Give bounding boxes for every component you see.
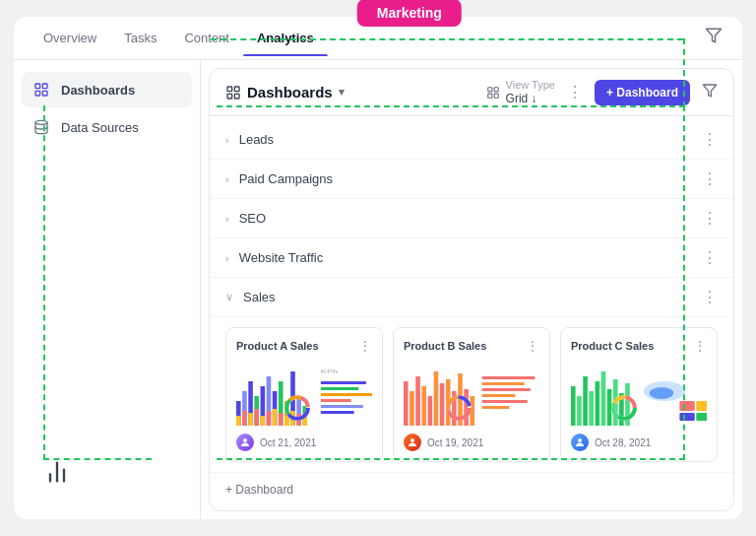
list-row[interactable]: › Leads ⋮ bbox=[210, 120, 733, 160]
card-chart-b bbox=[404, 362, 539, 426]
sidebar-dashboards-label: Dashboards bbox=[61, 83, 135, 98]
marketing-badge: Marketing bbox=[357, 0, 462, 27]
add-dashboard-button[interactable]: + Dashboard bbox=[595, 80, 690, 105]
svg-rect-32 bbox=[267, 411, 272, 426]
svg-rect-9 bbox=[234, 94, 239, 99]
svg-rect-58 bbox=[440, 383, 445, 426]
sidebar: Dashboards Data Sources bbox=[14, 60, 201, 519]
card-more-icon[interactable]: ⋮ bbox=[526, 338, 539, 354]
svg-rect-41 bbox=[321, 387, 358, 390]
view-type-control[interactable]: View Type Grid ↓ bbox=[486, 79, 555, 105]
sidebar-item-dashboards[interactable]: Dashboards bbox=[22, 72, 192, 107]
more-options-icon[interactable]: ⋮ bbox=[567, 83, 583, 101]
list-row[interactable]: › Paid Campaigns ⋮ bbox=[210, 160, 733, 199]
row-more-icon[interactable]: ⋮ bbox=[702, 209, 718, 228]
svg-marker-14 bbox=[703, 85, 716, 97]
add-dashboard-label: + Dashboard bbox=[225, 483, 293, 497]
content-area: Dashboards Data Sources bbox=[14, 60, 742, 519]
chevron-down-icon: ▾ bbox=[339, 86, 345, 99]
svg-rect-12 bbox=[487, 94, 491, 98]
card-title: Product A Sales bbox=[236, 340, 319, 352]
panel-title-text: Dashboards bbox=[247, 84, 333, 100]
panel-title: Dashboards ▾ bbox=[225, 84, 345, 100]
chevron-right-icon: › bbox=[225, 252, 229, 264]
card-chart-c bbox=[571, 362, 707, 426]
view-type-text: View Type Grid ↓ bbox=[506, 79, 555, 105]
svg-rect-52 bbox=[404, 381, 409, 426]
svg-rect-42 bbox=[321, 393, 372, 396]
svg-rect-4 bbox=[42, 91, 47, 96]
svg-rect-57 bbox=[434, 371, 439, 426]
tab-overview[interactable]: Overview bbox=[30, 21, 110, 55]
svg-rect-55 bbox=[421, 386, 426, 426]
tab-tasks[interactable]: Tasks bbox=[110, 21, 170, 55]
filter-icon-top[interactable] bbox=[705, 27, 723, 49]
grid-icon bbox=[225, 85, 241, 100]
card-footer-b: Oct 19, 2021 bbox=[404, 434, 539, 451]
svg-rect-69 bbox=[482, 406, 510, 409]
card-header: Product C Sales ⋮ bbox=[571, 338, 707, 354]
card-title: Product C Sales bbox=[571, 340, 654, 352]
chevron-right-icon: › bbox=[225, 134, 229, 146]
svg-rect-13 bbox=[494, 94, 498, 98]
svg-rect-3 bbox=[35, 91, 40, 96]
chevron-down-row-icon: ∨ bbox=[225, 291, 233, 303]
svg-rect-43 bbox=[321, 399, 351, 402]
svg-marker-0 bbox=[707, 29, 722, 42]
svg-point-96 bbox=[578, 438, 582, 442]
svg-rect-8 bbox=[227, 94, 232, 99]
row-more-icon[interactable]: ⋮ bbox=[702, 288, 718, 306]
view-type-icon bbox=[486, 86, 500, 100]
list-row-emails[interactable]: › Emails ⋮ bbox=[210, 506, 733, 510]
sidebar-item-data-sources[interactable]: Data Sources bbox=[22, 109, 192, 145]
svg-rect-44 bbox=[321, 405, 363, 408]
dashboard-icon bbox=[32, 80, 51, 100]
svg-rect-67 bbox=[482, 394, 516, 397]
list-row-sales[interactable]: ∨ Sales ⋮ bbox=[210, 278, 733, 317]
row-label: Website Traffic bbox=[239, 250, 324, 265]
svg-rect-31 bbox=[261, 416, 266, 426]
sidebar-data-sources-label: Data Sources bbox=[61, 120, 139, 135]
dashboard-card-product-c[interactable]: Product C Sales ⋮ bbox=[560, 327, 718, 462]
svg-rect-6 bbox=[227, 87, 232, 92]
svg-rect-7 bbox=[234, 87, 239, 92]
svg-rect-68 bbox=[482, 400, 528, 403]
add-dashboard-row[interactable]: + Dashboard bbox=[210, 473, 733, 506]
svg-rect-80 bbox=[601, 371, 606, 426]
svg-rect-40 bbox=[321, 381, 366, 384]
chevron-right-icon: › bbox=[225, 213, 229, 225]
list-row[interactable]: › Website Traffic ⋮ bbox=[210, 238, 733, 278]
svg-rect-64 bbox=[482, 376, 536, 379]
row-label: Paid Campaigns bbox=[239, 171, 333, 186]
list-row[interactable]: › SEO ⋮ bbox=[210, 199, 733, 238]
filter-icon-panel[interactable] bbox=[702, 83, 718, 102]
card-header: Product B Sales ⋮ bbox=[404, 338, 539, 354]
card-more-icon[interactable]: ⋮ bbox=[358, 338, 372, 354]
tab-content[interactable]: Content bbox=[170, 21, 243, 55]
row-label: SEO bbox=[239, 211, 266, 226]
svg-rect-53 bbox=[410, 391, 414, 426]
svg-rect-34 bbox=[279, 413, 284, 426]
row-more-icon[interactable]: ⋮ bbox=[702, 169, 718, 188]
analytics-bottom-icon bbox=[43, 458, 71, 490]
card-title: Product B Sales bbox=[404, 340, 486, 352]
svg-rect-33 bbox=[273, 409, 278, 426]
dashboard-card-product-a[interactable]: Product A Sales ⋮ bbox=[225, 327, 383, 462]
row-label: Leads bbox=[239, 132, 274, 147]
dashboard-card-product-b[interactable]: Product B Sales ⋮ bbox=[393, 327, 550, 462]
card-chart-a: KPh bbox=[236, 362, 372, 426]
svg-rect-65 bbox=[482, 382, 525, 385]
card-date-a: Oct 21, 2021 bbox=[260, 437, 316, 448]
row-more-icon[interactable]: ⋮ bbox=[702, 248, 718, 267]
svg-rect-87 bbox=[679, 401, 694, 411]
card-footer-c: Oct 28, 2021 bbox=[571, 434, 707, 451]
card-more-icon[interactable]: ⋮ bbox=[693, 338, 707, 354]
tab-analytics[interactable]: Analytics bbox=[243, 21, 328, 55]
svg-rect-77 bbox=[583, 376, 588, 426]
card-header: Product A Sales ⋮ bbox=[236, 338, 372, 354]
row-more-icon[interactable]: ⋮ bbox=[702, 130, 718, 149]
svg-rect-10 bbox=[487, 87, 491, 91]
chevron-right-icon: › bbox=[225, 173, 229, 185]
main-panel: Dashboards ▾ View Type Grid ↓ ⋮ bbox=[209, 68, 734, 511]
svg-rect-75 bbox=[571, 386, 576, 426]
